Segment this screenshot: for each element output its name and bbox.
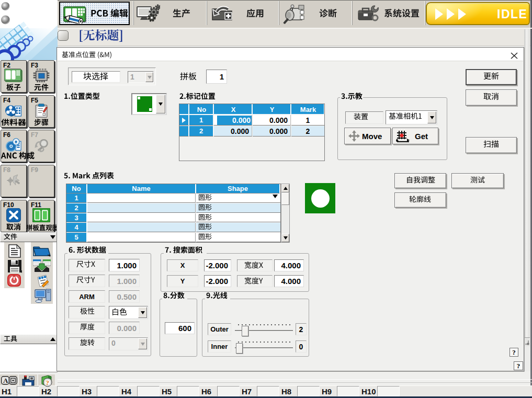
svg-text:A: A [3,377,8,384]
svg-text:8: 8 [15,140,17,144]
svg-text:?: ? [46,379,50,386]
svg-text:IDLE: IDLE [497,7,527,21]
